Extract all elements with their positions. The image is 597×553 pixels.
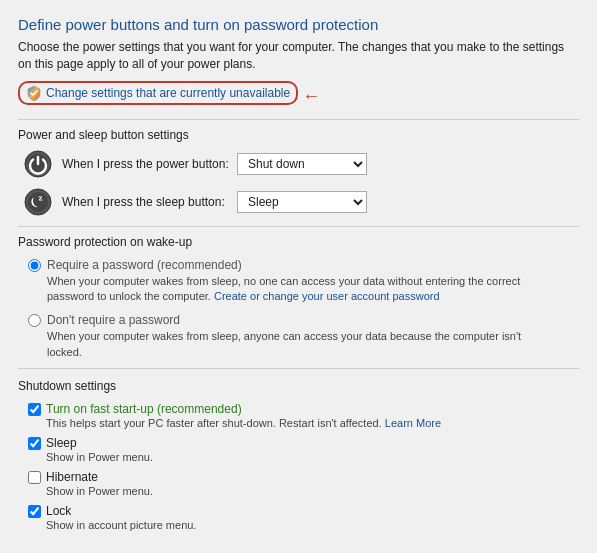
- power-button-icon: [24, 150, 52, 178]
- fast-startup-row: Turn on fast start-up (recommended) This…: [18, 401, 579, 429]
- shutdown-section-title: Shutdown settings: [18, 379, 579, 393]
- sleep-desc: Show in Power menu.: [46, 451, 153, 463]
- no-require-password-desc: When your computer wakes from sleep, any…: [47, 329, 537, 360]
- lock-row: Lock Show in account picture menu.: [18, 503, 579, 531]
- no-require-password-content: Don't require a password When your compu…: [47, 312, 537, 360]
- lock-label: Lock: [46, 504, 71, 518]
- hibernate-checkbox[interactable]: [28, 471, 41, 484]
- power-sleep-section-title: Power and sleep button settings: [18, 128, 579, 142]
- sleep-button-select[interactable]: Sleep Do nothing Hibernate Shut down Tur…: [237, 191, 367, 213]
- power-button-label: When I press the power button:: [62, 157, 237, 171]
- change-settings-label: Change settings that are currently unava…: [46, 86, 290, 100]
- sleep-button-label: When I press the sleep button:: [62, 195, 237, 209]
- fast-startup-label: Turn on fast start-up (recommended): [46, 402, 242, 416]
- require-password-option: Require a password (recommended) When yo…: [18, 257, 579, 305]
- no-require-password-label: Don't require a password: [47, 313, 180, 327]
- divider-top: [18, 119, 579, 120]
- sleep-row: Sleep Show in Power menu.: [18, 435, 579, 463]
- sleep-label: Sleep: [46, 436, 77, 450]
- sleep-button-row: When I press the sleep button: Sleep Do …: [18, 188, 579, 216]
- change-settings-link[interactable]: Change settings that are currently unava…: [18, 81, 298, 105]
- hibernate-content: Hibernate Show in Power menu.: [46, 469, 153, 497]
- password-section: Password protection on wake-up Require a…: [18, 235, 579, 361]
- lock-content: Lock Show in account picture menu.: [46, 503, 196, 531]
- fast-startup-checkbox[interactable]: [28, 403, 41, 416]
- hibernate-label: Hibernate: [46, 470, 98, 484]
- shutdown-section: Shutdown settings Turn on fast start-up …: [18, 379, 579, 531]
- lock-desc: Show in account picture menu.: [46, 519, 196, 531]
- fast-startup-desc: This helps start your PC faster after sh…: [46, 417, 441, 429]
- sleep-content: Sleep Show in Power menu.: [46, 435, 153, 463]
- require-password-desc: When your computer wakes from sleep, no …: [47, 274, 537, 305]
- learn-more-link[interactable]: Learn More: [385, 417, 441, 429]
- shield-icon: [26, 85, 42, 101]
- sleep-button-icon: [24, 188, 52, 216]
- require-password-radio[interactable]: [28, 259, 41, 272]
- no-require-password-option: Don't require a password When your compu…: [18, 312, 579, 360]
- require-password-content: Require a password (recommended) When yo…: [47, 257, 537, 305]
- sleep-checkbox[interactable]: [28, 437, 41, 450]
- hibernate-desc: Show in Power menu.: [46, 485, 153, 497]
- divider-password: [18, 226, 579, 227]
- page-title: Define power buttons and turn on passwor…: [18, 16, 579, 33]
- svg-point-3: [28, 192, 48, 212]
- divider-shutdown: [18, 368, 579, 369]
- password-section-title: Password protection on wake-up: [18, 235, 579, 249]
- create-password-link[interactable]: Create or change your user account passw…: [214, 290, 440, 302]
- power-button-row: When I press the power button: Shut down…: [18, 150, 579, 178]
- lock-checkbox[interactable]: [28, 505, 41, 518]
- power-button-select[interactable]: Shut down Sleep Do nothing Hibernate Tur…: [237, 153, 367, 175]
- fast-startup-content: Turn on fast start-up (recommended) This…: [46, 401, 441, 429]
- intro-text: Choose the power settings that you want …: [18, 39, 579, 73]
- red-arrow-icon: ←: [302, 86, 320, 107]
- no-require-password-radio[interactable]: [28, 314, 41, 327]
- require-password-label: Require a password (recommended): [47, 258, 242, 272]
- hibernate-row: Hibernate Show in Power menu.: [18, 469, 579, 497]
